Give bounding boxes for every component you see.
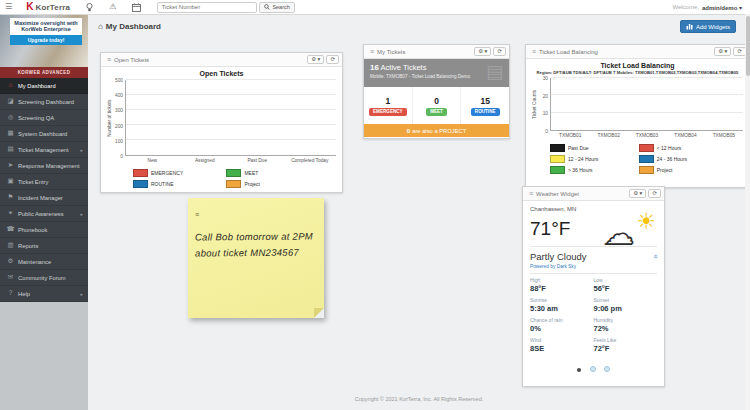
detail-value: 8SE	[530, 344, 594, 353]
add-widgets-button[interactable]: Add Widgets	[680, 20, 736, 33]
powered-by-link[interactable]: Powered by Dark Sky	[530, 264, 657, 269]
sidebar-ad[interactable]: Maximize oversight with KorWeb Enterpris…	[0, 14, 88, 67]
legend-item: EMERGENCY	[133, 169, 226, 177]
widget-refresh-button[interactable]: ⟳	[648, 189, 661, 198]
sidebar-item-label: Screening Dashboard	[18, 99, 74, 105]
drag-handle-icon[interactable]: ≡	[532, 48, 536, 55]
widget-settings-button[interactable]: ⚙ ▾	[714, 47, 731, 56]
vertical-scrollbar[interactable]	[745, 14, 750, 410]
bar-group	[628, 78, 666, 130]
ticket-number-input[interactable]	[157, 2, 257, 13]
dashboard-icon: ▦	[6, 130, 15, 137]
weather-condition: Partly Cloudy	[530, 251, 587, 262]
status-badge: EMERGENCY	[369, 108, 407, 116]
upgrade-button[interactable]: Upgrade today!	[10, 35, 82, 45]
sidebar-item-reports[interactable]: ▥Reports	[0, 238, 88, 254]
weather-detail-humidity: Humidity72%	[594, 317, 658, 333]
sidebar-toggle-icon[interactable]: ☰	[5, 3, 12, 11]
my-tickets-widget: ≡ My Tickets ⚙ ▾ ⟳ 16 Active Tickets Mob…	[363, 44, 510, 139]
sidebar-item-public-awareness[interactable]: ✶Public Awareness▸	[0, 206, 88, 222]
bar-group	[705, 78, 743, 130]
ticket-count-routine: 15ROUTINE	[461, 87, 509, 124]
detail-value: 0%	[530, 324, 594, 333]
detail-label: Humidity	[594, 317, 658, 323]
bulb-icon[interactable]	[86, 3, 93, 12]
sidebar-item-ticket-management[interactable]: ▤Ticket Management▸	[0, 142, 88, 158]
sticky-note-widget[interactable]: ≡ Call Bob tomorrow at 2PM about ticket …	[188, 198, 324, 318]
star-icon: ✶	[6, 210, 15, 217]
weather-widget: ≡ Weather Widget ⚙ ▾ ⟳ Chanhassen, MN 71…	[522, 186, 665, 387]
welcome-label: Welcome,	[672, 4, 699, 10]
ad-text: Maximize oversight with KorWeb Enterpris…	[12, 20, 80, 33]
question-icon: ?	[6, 290, 15, 297]
bar-group	[231, 80, 284, 155]
sidebar-item-label: Screening QA	[18, 115, 54, 121]
drag-handle-icon[interactable]: ≡	[107, 56, 111, 63]
drag-handle-icon[interactable]: ≡	[529, 190, 533, 197]
drag-handle-icon[interactable]: ≡	[195, 211, 199, 218]
detail-label: Wind	[530, 337, 594, 343]
sidebar-item-system-dashboard[interactable]: ▦System Dashboard	[0, 126, 88, 142]
detail-label: High	[530, 277, 594, 283]
widget-refresh-button[interactable]: ⟳	[326, 55, 339, 64]
carousel-dot[interactable]	[604, 366, 610, 372]
count-value: 1	[385, 96, 390, 106]
brand-logo[interactable]: K KorTerra	[26, 2, 70, 12]
sidebar-item-label: Incident Manager	[18, 195, 63, 201]
clipboard-icon: ▤	[486, 61, 503, 83]
user-menu[interactable]: admin/demo ▾	[702, 4, 742, 11]
sidebar-item-phonebook[interactable]: ☎Phonebook	[0, 222, 88, 238]
bar-group	[589, 78, 627, 130]
weather-detail-sunset: Sunset9:06 pm	[594, 297, 658, 313]
sidebar-item-screening-dashboard[interactable]: ◪Screening Dashboard	[0, 94, 88, 110]
widget-settings-button[interactable]: ⚙ ▾	[629, 189, 646, 198]
widget-header: ≡ My Tickets ⚙ ▾ ⟳	[364, 45, 509, 59]
note-text[interactable]: Call Bob tomorrow at 2PM about ticket MN…	[195, 228, 317, 260]
open-tickets-widget: ≡ Open Tickets ⚙ ▾ ⟳ Open Tickets Number…	[100, 52, 343, 193]
sidebar-item-response-management[interactable]: ➤Response Management	[0, 158, 88, 174]
carousel-dots	[530, 358, 657, 376]
brand-name: KorTerra	[35, 3, 70, 12]
weather-detail-high: High88°F	[530, 277, 594, 293]
detail-value: 5:30 am	[530, 304, 594, 313]
y-tick: 30	[543, 76, 548, 81]
detail-value: 56°F	[594, 284, 658, 293]
weather-details-grid: High88°FLow56°FSunrise5:30 amSunset9:06 …	[530, 273, 657, 357]
sun-icon: ☀	[636, 209, 656, 235]
scrollbar-thumb[interactable]	[746, 16, 750, 76]
sidebar-item-help[interactable]: ?Help▸	[0, 286, 88, 302]
sidebar-item-label: Ticket Management	[18, 147, 69, 153]
chart-legend: EMERGENCYMEETROUTINEProject	[133, 167, 336, 189]
detail-label: Sunset	[594, 297, 658, 303]
x-tick-label: TXMOB05	[705, 131, 743, 138]
legend-label: Project	[657, 167, 673, 173]
app-window: ☰ K KorTerra ⚠ Search Welcome, admin/dem…	[0, 0, 750, 410]
legend-item: Past Due	[550, 144, 639, 152]
warning-icon[interactable]: ⚠	[109, 3, 116, 11]
sidebar-item-community-forum[interactable]: ✉Community Forum	[0, 270, 88, 286]
legend-label: > 36 Hours	[568, 167, 593, 173]
detail-value: 72%	[594, 324, 658, 333]
carousel-dot[interactable]	[590, 366, 596, 372]
collapse-icon[interactable]: »	[650, 254, 659, 258]
widget-refresh-button[interactable]: ⟳	[493, 47, 506, 56]
drag-handle-icon[interactable]: ≡	[370, 48, 374, 55]
legend-label: < 12 Hours	[657, 145, 682, 151]
sidebar-item-screening-qa[interactable]: ◎Screening QA	[0, 110, 88, 126]
bar-chart-icon	[686, 23, 693, 30]
widget-settings-button[interactable]: ⚙ ▾	[307, 55, 324, 64]
legend-label: ROUTINE	[151, 181, 174, 187]
sidebar-item-label: Community Forum	[18, 275, 66, 281]
sidebar-item-my-dashboard[interactable]: ⌂My Dashboard	[0, 78, 88, 94]
legend-swatch	[133, 169, 148, 177]
status-badge: MEET	[426, 108, 447, 116]
carousel-dot[interactable]	[577, 368, 581, 372]
sidebar-item-ticket-entry[interactable]: ▣Ticket Entry	[0, 174, 88, 190]
ticket-search-button[interactable]: Search	[259, 2, 294, 13]
sidebar-item-incident-manager[interactable]: ⚑Incident Manager	[0, 190, 88, 206]
calendar-icon[interactable]	[132, 3, 141, 12]
widget-header: ≡ Open Tickets ⚙ ▾ ⟳	[101, 53, 342, 67]
widget-settings-button[interactable]: ⚙ ▾	[474, 47, 491, 56]
y-tick: 100	[115, 138, 123, 143]
sidebar-item-maintenance[interactable]: ⚙Maintenance	[0, 254, 88, 270]
